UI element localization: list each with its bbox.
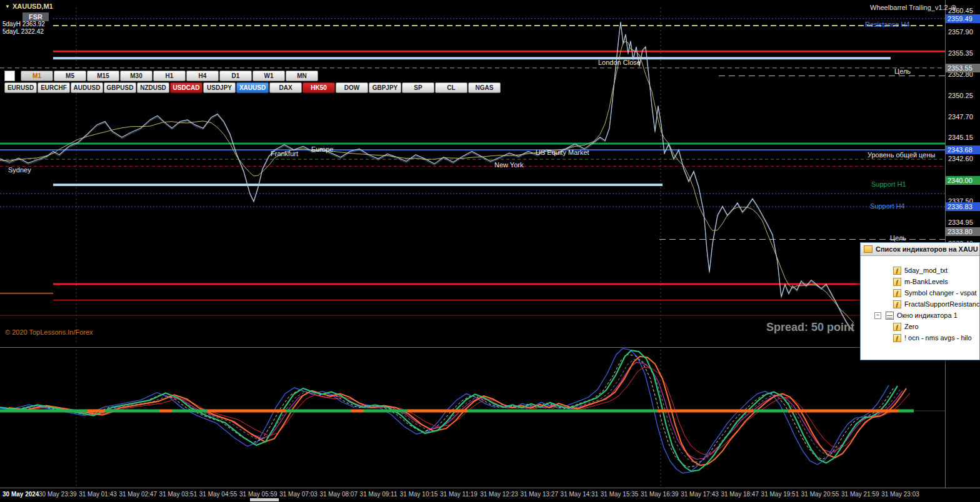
indicator-fx-icon: ƒ: [893, 267, 901, 275]
time-axis-label: 31 May 09:11: [360, 491, 398, 498]
chart-symbol-title[interactable]: ▼ XAUUSD,M1: [5, 2, 53, 10]
europe-session-label: Europe: [311, 145, 333, 153]
resistance-h4-label: Resistance H4: [865, 21, 910, 28]
trailing-indicator-label: Wheelbarrel Trailing_v1.2 ⊕: [870, 3, 957, 12]
symbol-button-dow[interactable]: DOW: [336, 82, 368, 93]
time-axis-label: 31 May 10:15: [400, 491, 438, 498]
indicator-item-label: 5day_mod_txt: [904, 267, 948, 274]
time-axis-label: 30 May 23:39: [39, 491, 77, 498]
timeframe-button-h1[interactable]: H1: [153, 71, 186, 81]
indicator-list-item[interactable]: −Окно индикатора 1: [861, 310, 979, 321]
symbol-button-xauusd[interactable]: XAUUSD: [236, 82, 269, 93]
price-tick: 2342.60: [948, 155, 973, 162]
common-price-level-label: Уровень общей цены: [868, 151, 935, 159]
tree-expander[interactable]: −: [874, 312, 881, 319]
symbol-button-usdjpy[interactable]: USDJPY: [203, 82, 236, 93]
indicator-list-title: Список индикаторов на XAUU: [876, 245, 978, 253]
indicator-list-titlebar[interactable]: Список индикаторов на XAUU: [861, 243, 979, 256]
copyright-watermark: © 2020 TopLessons.In/Forex: [5, 328, 93, 336]
trailing-toggle-icon[interactable]: ⊕: [951, 3, 957, 12]
symbol-period-label: XAUUSD,M1: [12, 2, 53, 10]
price-tick: 2350.25: [948, 92, 973, 99]
symbol-button-eurchf[interactable]: EURCHF: [38, 82, 70, 93]
indicator-list-item[interactable]: ƒZero: [861, 321, 979, 332]
indicator-list-body: ƒ5day_mod_txtƒm-BankLevelsƒSymbol change…: [861, 256, 979, 343]
symbol-button-gbpusd[interactable]: GBPUSD: [104, 82, 136, 93]
five-day-low-label: 5dayL 2322.42: [2, 28, 44, 35]
time-axis-label: 31 May 17:43: [681, 491, 719, 498]
symbol-button-ngas[interactable]: NGAS: [468, 82, 501, 93]
trailing-indicator-text: Wheelbarrel Trailing_v1.2: [870, 4, 948, 11]
support-h4-label: Support H4: [870, 202, 905, 210]
indicator-list-icon: [864, 245, 872, 253]
indicator-list-item[interactable]: ƒFractalSupportResistanc: [861, 298, 979, 310]
indicator-fx-icon: ƒ: [893, 323, 901, 331]
time-axis-label: 31 May 12:23: [480, 491, 518, 498]
indicator-list-item[interactable]: ƒ5day_mod_txt: [861, 265, 979, 276]
time-axis-label: 31 May 19:51: [761, 491, 799, 498]
price-badge: 2336.83: [946, 202, 980, 211]
frankfurt-session-label: Frankfurt: [271, 150, 298, 157]
price-badge: 2343.68: [946, 145, 980, 154]
timeframe-button-m5[interactable]: M5: [54, 71, 86, 81]
timeframe-button-m15[interactable]: M15: [87, 71, 119, 81]
indicator-fx-icon: ƒ: [893, 289, 901, 297]
sydney-session-label: Sydney: [8, 166, 31, 174]
time-axis-label: 31 May 23:03: [881, 491, 919, 498]
time-axis-label: 31 May 11:19: [440, 491, 478, 498]
indicator-fx-icon: ƒ: [893, 334, 901, 342]
time-axis-label: 31 May 20:55: [801, 491, 839, 498]
time-axis-label: 31 May 04:55: [199, 491, 238, 498]
indicator-list-item[interactable]: ƒ! ocn - nms avgs - hilo: [861, 332, 979, 343]
indicator-item-label: Окно индикатора 1: [897, 312, 958, 319]
timeframe-button-m1[interactable]: M1: [21, 71, 53, 81]
target-bottom-label: Цель: [890, 234, 906, 242]
timeframe-button-h4[interactable]: H4: [186, 71, 219, 81]
time-axis[interactable]: 30 May 202430 May 23:3931 May 01:4331 Ma…: [0, 488, 980, 502]
time-axis-label: 31 May 01:43: [79, 491, 117, 498]
support-h1-label: Support H1: [871, 180, 906, 188]
indicator-item-label: Zero: [904, 323, 919, 330]
price-badge: 2333.80: [946, 227, 980, 236]
symbol-button-dax[interactable]: DAX: [269, 82, 302, 93]
price-tick: 2347.70: [948, 113, 973, 121]
indicator-item-label: Symbol changer - vspat: [904, 289, 977, 297]
fsr-badge: FSR: [22, 12, 49, 21]
symbol-button-cl[interactable]: CL: [435, 82, 468, 93]
indicator-list-item[interactable]: ƒSymbol changer - vspat: [861, 287, 979, 298]
london-close-label: London Close: [598, 59, 641, 66]
timeframe-button-mn[interactable]: MN: [286, 71, 318, 81]
new-york-session-label: New York: [494, 161, 523, 169]
indicator-item-label: ! ocn - nms avgs - hilo: [904, 334, 972, 342]
mt4-chart-window: ▼ XAUUSD,M1 FSR 5dayH 2363.92 5dayL 2322…: [0, 0, 980, 502]
symbol-button-audusd[interactable]: AUDUSD: [71, 82, 103, 93]
timeframe-button-w1[interactable]: W1: [252, 71, 285, 81]
pane-separator[interactable]: [0, 347, 980, 348]
indicator-item-label: FractalSupportResistanc: [904, 300, 979, 308]
horizontal-scrollbar-thumb[interactable]: [250, 498, 279, 501]
symbol-button-eurusd[interactable]: EURUSD: [4, 82, 37, 93]
symbol-button-usdcad[interactable]: USDCAD: [170, 82, 202, 93]
symbol-button-sp[interactable]: SP: [402, 82, 434, 93]
indicator-fx-icon: ƒ: [893, 300, 901, 308]
time-axis-label: 31 May 03:51: [159, 491, 198, 498]
time-axis-label: 30 May 2024: [2, 491, 39, 498]
symbol-button-hk50[interactable]: HK50: [302, 82, 335, 93]
time-axis-label: 31 May 15:35: [601, 491, 639, 498]
symbol-toolbar: EURUSDEURCHFAUDUSDGBPUSDNZDUSDUSDCADUSDJ…: [4, 82, 501, 93]
price-tick: 2334.95: [948, 219, 973, 226]
price-tick: 2357.90: [948, 28, 973, 36]
us-equity-session-label: US Equity Market: [536, 149, 589, 156]
symbol-button-gbpjpy[interactable]: GBPJPY: [369, 82, 401, 93]
indicator-list-window: Список индикаторов на XAUU ƒ5day_mod_txt…: [860, 242, 980, 360]
time-axis-label: 31 May 14:31: [561, 491, 599, 498]
timeframe-button-m30[interactable]: M30: [120, 71, 152, 81]
price-badge: 2353.55: [946, 64, 980, 72]
symbol-button-nzdusd[interactable]: NZDUSD: [137, 82, 169, 93]
timeframe-button-d1[interactable]: D1: [219, 71, 252, 81]
time-axis-label: 31 May 02:47: [119, 491, 157, 498]
time-axis-label: 31 May 05:59: [239, 491, 278, 498]
symbol-changer-checkbox[interactable]: [4, 71, 15, 81]
indicator-list-item[interactable]: ƒm-BankLevels: [861, 276, 979, 287]
time-axis-label: 31 May 21:59: [841, 491, 879, 498]
